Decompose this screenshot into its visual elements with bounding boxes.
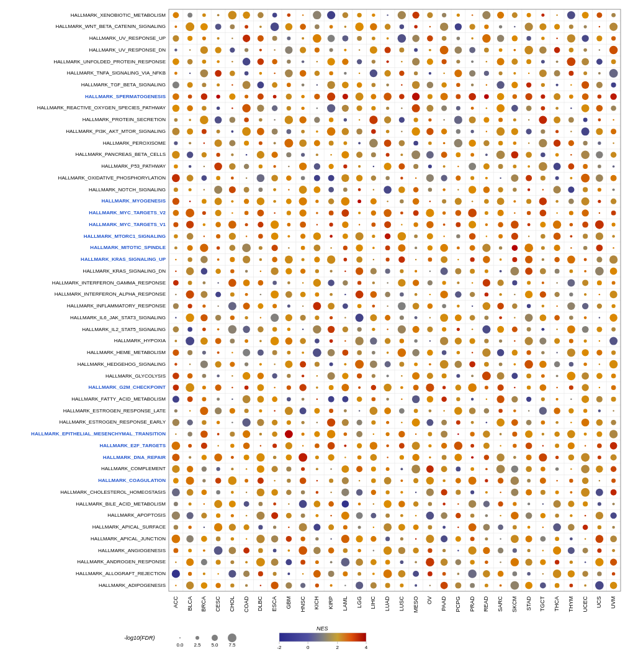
chart-container [0, 0, 633, 672]
